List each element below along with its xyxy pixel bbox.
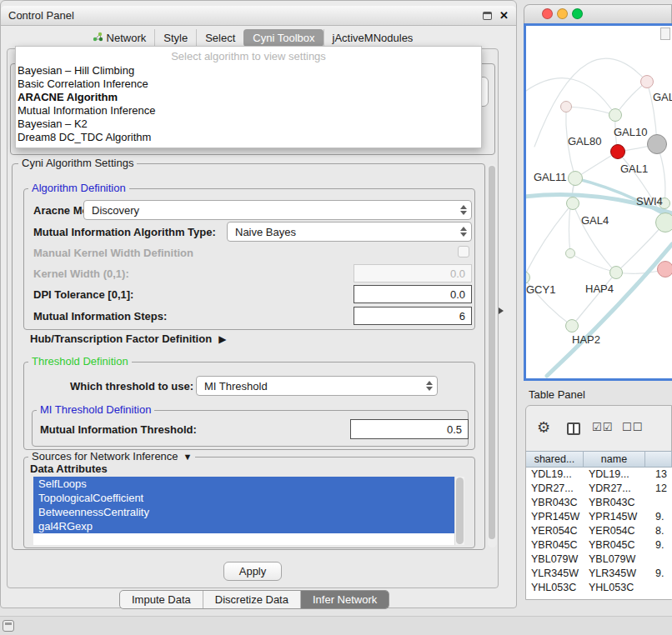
tab-cyni-toolbox[interactable]: Cyni Toolbox — [243, 29, 323, 47]
column-header-partial[interactable] — [645, 451, 672, 468]
deselect-all-icon[interactable]: ☐☐ — [622, 421, 643, 433]
collapse-down-icon[interactable]: ▼ — [183, 451, 193, 462]
table-cell[interactable]: 8. — [645, 524, 672, 538]
tab-select[interactable]: Select — [196, 29, 243, 47]
list-item-selfloops[interactable]: SelfLoops — [33, 477, 454, 491]
manual-kernel-width-checkbox[interactable] — [458, 246, 469, 258]
popup-item-aracne[interactable]: ARACNE Algorithm — [16, 91, 481, 104]
which-threshold-select[interactable]: MI Threshold — [196, 376, 438, 396]
list-item-betweennesscentrality[interactable]: BetweennessCentrality — [33, 505, 454, 519]
table-row[interactable]: YER054CYER054C8. — [526, 524, 672, 538]
table-cell[interactable]: YDL19... — [526, 468, 584, 482]
network-node[interactable] — [565, 248, 575, 258]
table-cell[interactable]: YBR043C — [526, 496, 584, 510]
sources-section-header[interactable]: Sources for Network Inference ▼ — [28, 451, 195, 462]
dpi-tolerance-field[interactable]: 0.0 — [354, 285, 472, 303]
network-node[interactable] — [657, 261, 672, 278]
network-node[interactable] — [609, 108, 622, 122]
column-header-shared-name[interactable]: shared... — [526, 451, 584, 468]
table-cell[interactable]: YBR043C — [584, 496, 645, 510]
table-cell[interactable]: 9. — [645, 538, 672, 552]
canvas-scrollbar-corner[interactable] — [660, 28, 670, 40]
mi-steps-field[interactable]: 6 — [354, 307, 472, 325]
network-node[interactable] — [566, 197, 579, 210]
table-cell[interactable]: YBR045C — [584, 538, 645, 552]
table-cell[interactable]: YER054C — [584, 524, 645, 538]
table-cell[interactable]: YBL079W — [584, 552, 645, 567]
hub-factor-section-header[interactable]: Hub/Transcription Factor Definition ▶ — [30, 332, 226, 345]
table-row[interactable]: YDR27...YDR27...12 — [526, 482, 672, 496]
float-panel-icon[interactable] — [483, 12, 492, 20]
window-close-button[interactable] — [542, 8, 553, 19]
popup-item-basic-correlation[interactable]: Basic Correlation Inference — [16, 78, 481, 91]
table-cell[interactable]: 9. — [645, 567, 672, 581]
table-cell[interactable]: YHL053C — [526, 581, 584, 595]
table-cell[interactable] — [645, 581, 672, 595]
table-cell[interactable]: YBL079W — [526, 552, 584, 567]
tab-network[interactable]: Network — [84, 29, 155, 47]
table-cell[interactable] — [645, 496, 672, 510]
tab-style[interactable]: Style — [154, 29, 196, 47]
table-row[interactable]: YBR045CYBR045C9. — [526, 538, 672, 552]
network-node[interactable] — [560, 101, 572, 112]
settings-scrollbar[interactable] — [488, 164, 497, 548]
table-cell[interactable]: YLR345W — [584, 567, 645, 581]
splitter-arrow-icon[interactable] — [499, 308, 504, 314]
network-node[interactable] — [565, 319, 579, 332]
table-row[interactable]: YPR145WYPR145W9. — [526, 510, 672, 524]
data-attributes-list[interactable]: SelfLoops TopologicalCoefficient Between… — [33, 477, 464, 545]
table-cell[interactable]: YHL053C — [584, 581, 645, 595]
table-cell[interactable]: 12 — [645, 482, 672, 496]
network-node[interactable] — [640, 75, 654, 88]
minimized-panel-icon[interactable] — [3, 620, 14, 632]
select-all-icon[interactable]: ☑☑ — [592, 421, 613, 433]
popup-item-dream8[interactable]: Dream8 DC_TDC Algorithm — [16, 131, 481, 144]
settings-scrollbar-thumb[interactable] — [489, 166, 495, 539]
aracne-mode-select[interactable]: Discovery — [83, 200, 472, 220]
popup-item-bayesian-k2[interactable]: Bayesian – K2 — [16, 118, 481, 131]
tab-jactivemodules[interactable]: jActiveMNodules — [323, 29, 422, 47]
network-node[interactable] — [655, 212, 672, 232]
window-zoom-button[interactable] — [572, 8, 583, 19]
column-header-name[interactable]: name — [584, 451, 645, 468]
table-row[interactable]: YBR043CYBR043C — [526, 496, 672, 510]
kernel-width-field[interactable]: 0.0 — [354, 264, 472, 282]
table-cell[interactable]: YDR27... — [526, 482, 584, 496]
table-cell[interactable]: 9. — [645, 510, 672, 524]
table-cell[interactable] — [645, 552, 672, 567]
table-cell[interactable]: YPR145W — [584, 510, 645, 524]
table-row[interactable]: YDL19...YDL19...13 — [526, 468, 672, 482]
gear-icon[interactable]: ⚙ — [537, 419, 550, 436]
table-cell[interactable]: YDR27... — [584, 482, 645, 496]
popup-item-mutual-information[interactable]: Mutual Information Inference — [16, 104, 481, 118]
table-cell[interactable]: YLR345W — [526, 567, 584, 581]
expand-right-icon[interactable]: ▶ — [218, 333, 226, 345]
show-columns-icon[interactable] — [567, 422, 580, 435]
table-cell[interactable]: 13 — [645, 468, 672, 482]
list-scrollbar[interactable] — [454, 477, 464, 545]
network-node[interactable] — [568, 171, 583, 186]
apply-button[interactable]: Apply — [223, 562, 282, 581]
table-row[interactable]: YHL053CYHL053C — [526, 581, 672, 595]
table-row[interactable]: YLR345WYLR345W9. — [526, 567, 672, 581]
list-item-topologicalcoefficient[interactable]: TopologicalCoefficient — [33, 491, 454, 505]
table-cell[interactable]: YDL19... — [584, 468, 645, 482]
list-item-gal4rgexp[interactable]: gal4RGexp — [33, 519, 454, 533]
popup-item-bayesian-hill-climbing[interactable]: Bayesian – Hill Climbing — [16, 64, 481, 78]
mi-threshold-field[interactable]: 0.5 — [350, 419, 469, 439]
window-minimize-button[interactable] — [557, 8, 568, 19]
table-cell[interactable]: YBR045C — [526, 538, 584, 552]
close-panel-icon[interactable]: ✕ — [499, 9, 509, 22]
network-node[interactable] — [609, 266, 623, 279]
tab-impute-data[interactable]: Impute Data — [120, 591, 203, 608]
tab-discretize-data[interactable]: Discretize Data — [203, 591, 300, 608]
table-row[interactable]: YBL079WYBL079W — [526, 552, 672, 567]
network-canvas[interactable]: GAL80GAL10GAL11GAL1SWI4GAL4GCY1HAP4HAP2G… — [524, 23, 672, 381]
network-node[interactable] — [647, 134, 667, 154]
list-scrollbar-thumb[interactable] — [456, 478, 464, 544]
table-cell[interactable]: YPR145W — [526, 510, 584, 524]
mi-algorithm-type-select[interactable]: Naive Bayes — [227, 222, 472, 242]
tab-infer-network[interactable]: Infer Network — [300, 591, 389, 608]
network-node[interactable] — [610, 144, 625, 159]
table-cell[interactable]: YER054C — [526, 524, 584, 538]
